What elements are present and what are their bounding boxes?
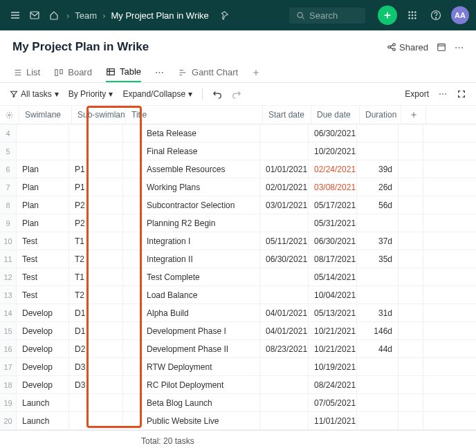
chevron-right-icon[interactable]: › — [140, 200, 143, 210]
view-board[interactable]: Board — [54, 63, 92, 82]
cell-duration[interactable]: 146d — [357, 322, 399, 339]
cell-swimlane[interactable]: Develop — [17, 358, 69, 375]
cell-start[interactable] — [260, 124, 309, 142]
table-row[interactable]: 10TestT1›Integration I05/11/202106/30/20… — [0, 232, 476, 250]
cell-swimlane[interactable]: Test — [17, 268, 69, 286]
add-button[interactable] — [378, 6, 397, 25]
cell-title[interactable]: ›Development Phase I — [123, 322, 260, 339]
shared-button[interactable]: Shared — [387, 42, 428, 53]
table-row[interactable]: 9PlanP2›Planning R2 Begin05/31/2021 — [0, 214, 476, 232]
cell-start[interactable] — [260, 214, 309, 232]
cell-swimlane[interactable]: Test — [17, 232, 69, 250]
cell-duration[interactable] — [357, 376, 399, 393]
cell-due[interactable]: 07/05/2021 — [309, 394, 357, 411]
cell-sub-swimlane[interactable] — [69, 394, 123, 411]
chevron-right-icon[interactable]: › — [140, 362, 143, 372]
cell-start[interactable]: 04/01/2021 — [260, 322, 309, 339]
cell-sub-swimlane[interactable]: P2 — [69, 196, 123, 214]
cell-sub-swimlane[interactable]: D1 — [69, 322, 123, 339]
cell-title[interactable]: ›Load Balance — [123, 286, 260, 304]
cell-start[interactable] — [260, 412, 309, 429]
chevron-right-icon[interactable]: › — [140, 272, 143, 282]
col-start-date[interactable]: Start date — [263, 106, 311, 124]
search-input[interactable]: Search — [289, 8, 365, 24]
cell-duration[interactable]: 44d — [357, 340, 399, 357]
breadcrumb-team[interactable]: Team — [75, 10, 97, 21]
col-due-date[interactable]: Due date — [311, 106, 360, 124]
home-icon[interactable] — [46, 7, 62, 24]
cell-title[interactable]: ›Alpha Build — [123, 304, 260, 321]
cell-start[interactable]: 03/01/2021 — [260, 196, 309, 214]
table-row[interactable]: 19Launch›Beta Blog Launch07/05/2021 — [0, 394, 476, 412]
filter-all-tasks[interactable]: All tasks▾ — [10, 89, 59, 99]
cell-sub-swimlane[interactable]: P1 — [69, 160, 123, 178]
export-button[interactable]: Export — [405, 89, 429, 99]
view-gantt[interactable]: Gantt Chart — [178, 63, 238, 82]
cell-start[interactable]: 01/01/2021 — [260, 160, 309, 178]
cell-sub-swimlane[interactable] — [69, 124, 123, 142]
cell-due[interactable]: 08/24/2021 — [309, 376, 357, 393]
cell-title[interactable]: ›RTW Deployment — [123, 358, 260, 375]
cell-title[interactable]: ›Development Phase II — [123, 340, 260, 357]
cell-due[interactable]: 05/14/2021 — [309, 268, 357, 286]
cell-sub-swimlane[interactable]: D1 — [69, 304, 123, 321]
cell-title[interactable]: ›Public Website Live — [123, 412, 260, 429]
table-row[interactable]: 18DevelopD3›RC Pilot Deployment08/24/202… — [0, 376, 476, 394]
cell-due[interactable]: 10/20/2021 — [309, 142, 357, 160]
table-row[interactable]: 6PlanP1›Assemble Resources01/01/202102/2… — [0, 160, 476, 178]
cell-swimlane[interactable]: Plan — [17, 178, 69, 196]
cell-swimlane[interactable]: Plan — [17, 214, 69, 232]
cell-title[interactable]: ›Integration I — [123, 232, 260, 250]
cell-start[interactable]: 04/01/2021 — [260, 304, 309, 321]
breadcrumb-project[interactable]: My Project Plan in Wrike — [111, 10, 208, 21]
table-row[interactable]: 16DevelopD2›Development Phase II08/23/20… — [0, 340, 476, 358]
table-row[interactable]: 13TestT2›Load Balance10/04/2021 — [0, 286, 476, 304]
table-row[interactable]: 14DevelopD1›Alpha Build04/01/202105/13/2… — [0, 304, 476, 322]
table-row[interactable]: 11TestT2›Integration II06/30/202108/17/2… — [0, 250, 476, 268]
chevron-right-icon[interactable]: › — [140, 344, 143, 354]
cell-sub-swimlane[interactable]: P2 — [69, 214, 123, 232]
cell-sub-swimlane[interactable]: D2 — [69, 340, 123, 357]
cell-duration[interactable]: 26d — [357, 178, 399, 196]
cell-swimlane[interactable]: Develop — [17, 340, 69, 357]
col-swimlane[interactable]: Swimlane — [19, 106, 72, 124]
cell-sub-swimlane[interactable]: P1 — [69, 178, 123, 196]
table-row[interactable]: 4›Beta Release06/30/2021 — [0, 124, 476, 142]
fullscreen-icon[interactable] — [457, 89, 466, 99]
col-duration[interactable]: Duration — [360, 106, 401, 124]
cell-title[interactable]: ›Assemble Resources — [123, 160, 260, 178]
cell-swimlane[interactable]: Plan — [17, 160, 69, 178]
cell-duration[interactable] — [357, 142, 399, 160]
toolbar-more-icon[interactable]: ⋯ — [439, 89, 447, 99]
cell-sub-swimlane[interactable]: D3 — [69, 376, 123, 393]
sort-priority[interactable]: By Priority▾ — [68, 89, 113, 99]
table-row[interactable]: 20Launch›Public Website Live11/01/2021 — [0, 412, 476, 430]
cell-duration[interactable] — [357, 268, 399, 286]
cell-duration[interactable] — [357, 412, 399, 429]
cell-title[interactable]: ›Integration II — [123, 250, 260, 268]
cell-due[interactable]: 10/04/2021 — [309, 286, 357, 304]
cell-swimlane[interactable]: Launch — [17, 394, 69, 411]
menu-icon[interactable] — [7, 7, 24, 24]
cell-swimlane[interactable]: Test — [17, 286, 69, 304]
table-row[interactable]: 7PlanP1›Working Plans02/01/202103/08/202… — [0, 178, 476, 196]
cell-due[interactable]: 06/30/2021 — [309, 232, 357, 250]
view-more-icon[interactable]: ⋯ — [155, 67, 164, 77]
calendar-icon[interactable] — [437, 42, 446, 52]
cell-duration[interactable] — [357, 394, 399, 411]
cell-start[interactable] — [260, 358, 309, 375]
cell-start[interactable] — [260, 394, 309, 411]
chevron-right-icon[interactable]: › — [140, 290, 143, 300]
cell-swimlane[interactable]: Test — [17, 250, 69, 268]
cell-title[interactable]: ›Beta Release — [123, 124, 260, 142]
avatar[interactable]: AA — [451, 6, 469, 24]
cell-due[interactable]: 10/19/2021 — [309, 358, 357, 375]
cell-due[interactable]: 11/01/2021 — [309, 412, 357, 429]
cell-duration[interactable] — [357, 286, 399, 304]
chevron-right-icon[interactable]: › — [140, 129, 143, 138]
cell-title[interactable]: ›Final Release — [123, 142, 260, 160]
cell-title[interactable]: ›Subcontractor Selection — [123, 196, 260, 214]
cell-sub-swimlane[interactable]: T1 — [69, 232, 123, 250]
cell-title[interactable]: ›Planning R2 Begin — [123, 214, 260, 232]
cell-due[interactable]: 06/30/2021 — [309, 124, 357, 142]
